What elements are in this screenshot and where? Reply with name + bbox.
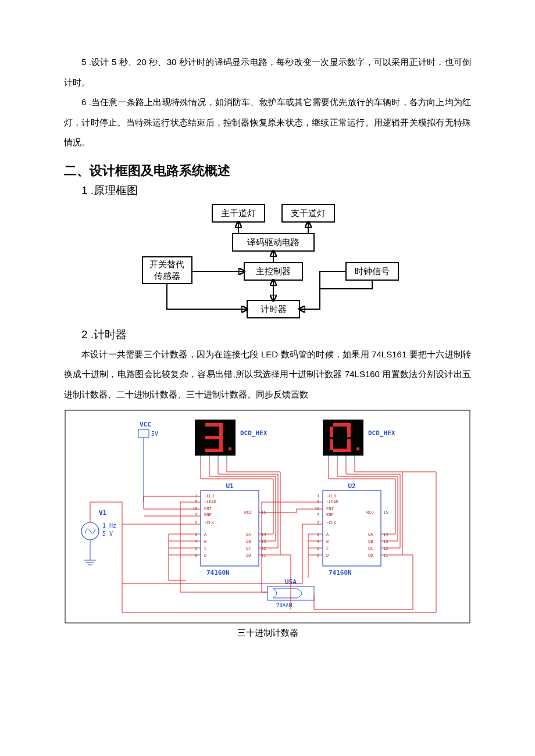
svg-text:5: 5	[195, 546, 197, 551]
svg-text:QD: QD	[246, 553, 251, 558]
label-74aam: 74AAM	[276, 603, 293, 608]
svg-text:4: 4	[317, 539, 319, 544]
node-timer: 计时器	[261, 304, 287, 314]
label-1hz: 1 Hz	[102, 522, 116, 529]
svg-text:~CLR: ~CLR	[204, 494, 215, 499]
svg-text:B: B	[326, 539, 329, 544]
svg-rect-31	[347, 439, 351, 450]
svg-text:3: 3	[317, 532, 319, 537]
label-u1: U1	[226, 482, 234, 490]
paragraph-6: 6 .当任意一条路上出现特殊情况，如消防车、救护车或其它需要优先放行的车辆时，各…	[64, 92, 471, 153]
svg-text:7: 7	[317, 513, 319, 517]
svg-rect-13	[138, 429, 149, 438]
svg-text:RCO: RCO	[244, 510, 252, 515]
subsection-2: 2 .计时器	[81, 327, 471, 342]
svg-text:~CLR: ~CLR	[326, 494, 337, 499]
svg-rect-21	[229, 447, 231, 450]
label-74160n-1: 74160N	[206, 569, 230, 576]
svg-rect-18	[205, 436, 223, 439]
block-diagram: 主干道灯 支干道灯 译码驱动电路 开关替代 传感器 主控制器 时钟信号 计时器	[122, 202, 413, 324]
svg-text:D: D	[204, 553, 206, 558]
document-page: 5 .设计 5 秒、20 秒、30 秒计时的译码显示电路，每秒改变一次显示数字，…	[0, 0, 535, 756]
svg-text:15: 15	[383, 510, 388, 515]
svg-text:3: 3	[195, 532, 197, 537]
svg-rect-20	[205, 449, 223, 452]
node-sensor-l2: 传感器	[154, 271, 180, 281]
label-u2: U2	[348, 482, 355, 490]
svg-text:QD: QD	[368, 553, 373, 558]
svg-text:QA: QA	[368, 532, 373, 537]
svg-text:6: 6	[317, 553, 319, 558]
svg-text:~CLK: ~CLK	[326, 521, 337, 525]
svg-rect-32	[333, 449, 351, 452]
svg-text:ENT: ENT	[204, 507, 212, 511]
svg-text:RCO: RCO	[366, 510, 374, 515]
svg-text:B: B	[204, 539, 206, 544]
node-main-light: 主干道灯	[221, 209, 256, 218]
svg-rect-17	[219, 427, 223, 437]
svg-text:4: 4	[195, 539, 197, 544]
circuit-diagram: VCC 5V DCD_HEX	[64, 409, 471, 624]
figure-caption: 三十进制计数器	[64, 628, 471, 639]
svg-text:5: 5	[317, 546, 319, 551]
svg-text:ENT: ENT	[326, 507, 334, 511]
label-dcd-hex-2: DCD_HEX	[368, 429, 395, 437]
svg-text:1: 1	[317, 494, 319, 499]
svg-text:12: 12	[383, 546, 388, 551]
svg-text:QB: QB	[368, 539, 373, 544]
svg-rect-27	[333, 423, 351, 427]
node-controller: 主控制器	[256, 267, 291, 276]
label-v1: V1	[99, 509, 107, 517]
label-74160n-2: 74160N	[329, 569, 352, 576]
node-decoder: 译码驱动电路	[247, 238, 299, 247]
svg-text:C: C	[326, 546, 329, 551]
svg-rect-33	[356, 447, 359, 450]
svg-rect-19	[219, 439, 223, 450]
svg-text:C: C	[204, 546, 206, 551]
svg-text:~LOAD: ~LOAD	[326, 500, 338, 504]
label-dcd-hex-1: DCD_HEX	[240, 429, 268, 437]
svg-rect-30	[330, 439, 333, 450]
svg-text:11: 11	[383, 553, 388, 558]
svg-text:QB: QB	[246, 539, 251, 544]
svg-text:7: 7	[195, 513, 197, 517]
svg-text:13: 13	[383, 539, 388, 544]
svg-text:QC: QC	[368, 546, 373, 551]
svg-text:QC: QC	[246, 546, 251, 551]
label-vcc: VCC	[140, 421, 151, 428]
section-heading: 二、设计框图及电路系统概述	[64, 162, 471, 180]
svg-text:QA: QA	[246, 532, 251, 537]
svg-text:2: 2	[317, 521, 319, 525]
timer-paragraph: 本设计一共需要三个计数器，因为在连接七段 LED 数码管的时候，如果用 74LS…	[64, 345, 471, 405]
svg-text:6: 6	[195, 553, 197, 558]
svg-text:ENP: ENP	[326, 513, 334, 517]
svg-text:ENP: ENP	[204, 513, 212, 517]
label-5v: 5V	[151, 431, 158, 437]
subsection-1: 1 .原理框图	[81, 183, 471, 198]
svg-text:14: 14	[383, 532, 388, 537]
node-clock: 时钟信号	[355, 267, 390, 276]
svg-rect-16	[205, 423, 223, 427]
svg-text:D: D	[326, 553, 329, 558]
svg-text:~LOAD: ~LOAD	[204, 500, 216, 504]
svg-text:~CLK: ~CLK	[204, 521, 215, 525]
svg-text:2: 2	[195, 521, 197, 525]
node-branch-light: 支干道灯	[291, 209, 326, 218]
node-sensor-l1: 开关替代	[149, 260, 184, 269]
svg-rect-28	[330, 427, 333, 437]
label-5v-src: 5 V	[102, 531, 113, 537]
paragraph-5: 5 .设计 5 秒、20 秒、30 秒计时的译码显示电路，每秒改变一次显示数字，…	[64, 52, 471, 92]
svg-rect-29	[347, 427, 351, 437]
